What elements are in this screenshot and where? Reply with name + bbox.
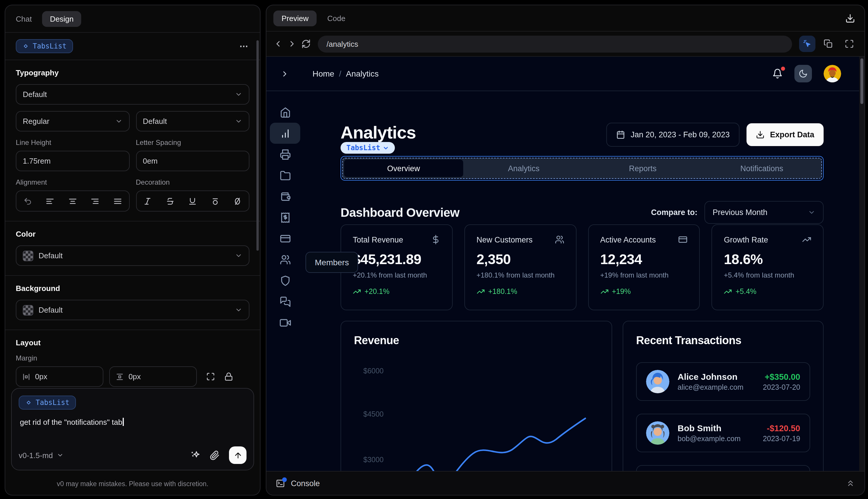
align-right-icon[interactable]	[91, 197, 100, 205]
italic-icon[interactable]	[144, 197, 152, 205]
app-viewport: Home / Analytics	[266, 57, 865, 471]
diamond-icon	[25, 399, 32, 406]
margin-y-input[interactable]: 0px	[109, 366, 197, 387]
tab-preview[interactable]: Preview	[273, 10, 317, 26]
users-icon	[555, 235, 564, 244]
sidebar-item-video[interactable]	[270, 312, 300, 333]
tab-notifications[interactable]: Notifications	[703, 158, 821, 178]
fullscreen-button[interactable]	[841, 36, 857, 52]
prompt-input[interactable]: get rid of the "notifications" tab	[20, 418, 245, 427]
calendar-icon	[616, 130, 625, 139]
send-button[interactable]	[229, 447, 247, 464]
transaction-amount: -$120.50	[763, 423, 800, 433]
preview-panel: Preview Code /analytics	[266, 5, 865, 496]
composer-component-chip[interactable]: TabsList	[19, 395, 76, 410]
tab-overview[interactable]: Overview	[344, 159, 463, 177]
revenue-line-chart	[376, 356, 601, 471]
compare-select[interactable]: Previous Month	[705, 201, 823, 224]
align-justify-icon[interactable]	[113, 197, 122, 205]
transaction-row[interactable]: Alice Johnson alice@example.com +$350.00…	[636, 362, 810, 401]
copy-page-button[interactable]	[820, 36, 836, 52]
sidebar-item-files[interactable]	[270, 165, 300, 186]
refresh-icon[interactable]	[301, 39, 311, 49]
margin-x-input[interactable]: 0px	[16, 366, 103, 387]
viewport-scrollbar[interactable]	[860, 58, 863, 104]
panel-scrollbar[interactable]	[257, 40, 259, 251]
url-bar[interactable]: /analytics	[318, 35, 792, 52]
console-bar[interactable]: Console	[266, 471, 865, 495]
underline-icon[interactable]	[188, 197, 197, 205]
font-size-select[interactable]: Default	[136, 111, 249, 132]
download-icon[interactable]	[845, 13, 855, 23]
breadcrumb-separator: /	[339, 69, 342, 78]
printer-icon	[280, 149, 290, 160]
sidebar-item-home[interactable]	[270, 102, 300, 123]
prompt-composer[interactable]: TabsList get rid of the "notifications" …	[11, 388, 254, 470]
export-data-button[interactable]: Export Data	[746, 123, 823, 146]
component-chip-tabslist[interactable]: TabsList	[16, 39, 73, 53]
cursor-select-icon	[803, 39, 812, 49]
breadcrumb: Home / Analytics	[312, 69, 379, 78]
model-selector[interactable]: v0-1.5-md	[19, 451, 63, 460]
chevron-down-icon	[235, 306, 243, 314]
sidebar-toggle-icon[interactable]	[281, 69, 289, 78]
expand-icon[interactable]	[206, 372, 215, 381]
alignment-label: Alignment	[16, 178, 129, 186]
forward-icon[interactable]	[287, 39, 297, 49]
shield-icon	[280, 275, 290, 286]
more-menu-icon[interactable]: ⋯	[239, 41, 249, 51]
user-avatar[interactable]	[823, 65, 841, 82]
sidebar-item-wallet[interactable]	[270, 186, 300, 207]
transaction-row-cutoff	[636, 465, 810, 471]
strikethrough-icon[interactable]	[166, 197, 175, 205]
background-select[interactable]: Default	[16, 300, 249, 320]
sidebar-item-members[interactable]	[270, 249, 300, 270]
align-center-icon[interactable]	[69, 197, 77, 205]
line-height-input[interactable]: 1.75rem	[16, 151, 129, 171]
no-decoration-icon[interactable]	[233, 197, 242, 205]
avatar-image	[646, 370, 669, 393]
chevrons-up-icon[interactable]	[846, 478, 855, 488]
sidebar-item-analytics[interactable]	[270, 123, 300, 144]
sidebar-item-receipts[interactable]	[270, 207, 300, 228]
stat-card-new-customers: New Customers 2,350 +180.1% from last mo…	[464, 224, 576, 310]
notifications-bell-button[interactable]	[772, 68, 783, 79]
tab-code[interactable]: Code	[327, 14, 346, 23]
trending-up-icon	[600, 288, 608, 296]
chevron-down-icon	[235, 118, 243, 125]
sidebar-item-messages[interactable]	[270, 291, 300, 312]
messages-icon	[280, 296, 290, 307]
overline-icon[interactable]	[211, 197, 220, 205]
back-icon[interactable]	[273, 39, 283, 49]
selected-element-badge[interactable]: TabsList	[340, 142, 395, 154]
home-icon	[280, 107, 290, 118]
inspect-cursor-button[interactable]	[799, 36, 816, 52]
font-weight-select[interactable]: Regular	[16, 111, 129, 132]
recent-transactions-card: Recent Transactions Alice Johnson alice@…	[623, 321, 823, 471]
tab-analytics[interactable]: Analytics	[464, 158, 584, 178]
sidebar-item-cards[interactable]	[270, 228, 300, 249]
theme-toggle-button[interactable]	[794, 65, 812, 82]
undo-icon[interactable]	[23, 197, 32, 205]
font-family-select[interactable]: Default	[16, 84, 249, 105]
lock-icon[interactable]	[224, 372, 233, 381]
color-select[interactable]: Default	[16, 245, 249, 266]
align-left-icon[interactable]	[46, 197, 54, 205]
selected-component-row: TabsList ⋯	[5, 33, 260, 60]
avatar	[646, 421, 669, 445]
tab-reports[interactable]: Reports	[583, 158, 703, 178]
sparkles-icon[interactable]	[190, 450, 200, 460]
typography-section: Typography Default Regular Default Line …	[5, 60, 260, 221]
panel-tabbar: Chat Design	[5, 5, 260, 33]
letter-spacing-input[interactable]: 0em	[136, 151, 249, 171]
alignment-buttons	[16, 191, 129, 211]
paperclip-icon[interactable]	[210, 450, 220, 460]
tab-design[interactable]: Design	[42, 11, 81, 27]
viewport-scrollbar-track	[859, 57, 865, 471]
breadcrumb-home[interactable]: Home	[312, 69, 334, 78]
tab-chat[interactable]: Chat	[16, 14, 32, 23]
date-range-button[interactable]: Jan 20, 2023 - Feb 09, 2023	[606, 123, 740, 147]
sidebar-item-invoices[interactable]	[270, 144, 300, 165]
transaction-row[interactable]: Bob Smith bob@example.com -$120.50 2023-…	[636, 414, 810, 452]
sidebar-item-security[interactable]	[270, 270, 300, 291]
